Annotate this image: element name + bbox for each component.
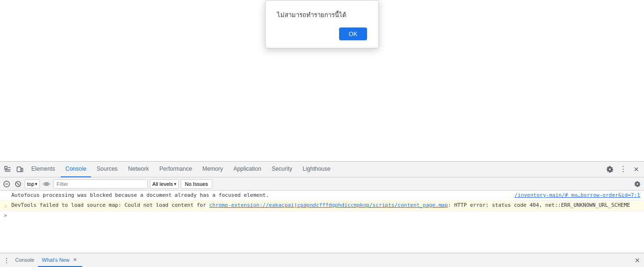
dialog-box: ไม่สามารถทำรายการนี้ได้ OK — [265, 0, 379, 48]
console-prompt: > — [0, 211, 644, 220]
console-warning-text: DevTools failed to load source map: Coul… — [11, 202, 640, 209]
tab-security[interactable]: Security — [267, 162, 297, 177]
context-label: top — [27, 181, 34, 187]
tab-console[interactable]: Console — [61, 162, 91, 177]
main-page: ไม่สามารถทำรายการนี้ได้ OK — [0, 0, 644, 161]
bottom-close-icon[interactable]: ✕ — [633, 256, 642, 265]
bottom-bar-right: ✕ — [633, 256, 642, 265]
more-options-icon[interactable]: ⋮ — [617, 164, 629, 175]
svg-line-9 — [17, 183, 19, 185]
dialog-ok-button[interactable]: OK — [339, 28, 367, 40]
context-selector[interactable]: top ▾ — [25, 179, 40, 189]
inspect-element-icon[interactable] — [2, 164, 13, 175]
levels-chevron-icon: ▾ — [174, 182, 176, 186]
devtools-toolbar-right: ⋮ ✕ — [604, 164, 642, 175]
settings-icon[interactable] — [604, 164, 616, 175]
console-line-source[interactable]: /inventory-main/# mo…borrow-order&id=7:1 — [515, 192, 640, 199]
chevron-down-icon: ▾ — [35, 182, 37, 186]
tab-network[interactable]: Network — [123, 162, 154, 177]
no-issues-button[interactable]: No Issues — [181, 179, 212, 189]
dialog-buttons: OK — [277, 28, 367, 40]
tab-application[interactable]: Application — [229, 162, 266, 177]
tab-elements[interactable]: Elements — [27, 162, 60, 177]
bottom-tab-close-icon[interactable]: ✕ — [72, 257, 78, 263]
stop-recording-icon[interactable] — [2, 179, 11, 189]
console-line: Autofocus processing was blocked because… — [0, 191, 644, 201]
tab-memory[interactable]: Memory — [198, 162, 228, 177]
clear-console-icon[interactable] — [13, 179, 23, 189]
console-line-text: Autofocus processing was blocked because… — [11, 192, 511, 199]
close-devtools-icon[interactable]: ✕ — [631, 164, 642, 175]
filter-input[interactable] — [53, 179, 148, 189]
console-settings-icon[interactable] — [633, 179, 642, 189]
eye-icon[interactable] — [42, 179, 51, 189]
dialog-overlay: ไม่สามารถทำรายการนี้ได้ OK — [0, 0, 644, 161]
svg-point-10 — [46, 183, 47, 185]
console-line-icon — [4, 192, 11, 192]
bottom-bar-more-icon[interactable]: ⋮ — [2, 256, 11, 265]
bottom-tab-console-label: Console — [15, 257, 34, 263]
bottom-bar: ⋮ Console What's New ✕ ✕ — [0, 253, 644, 267]
tab-lighthouse[interactable]: Lighthouse — [298, 162, 335, 177]
console-warning-line: ⚠ DevTools failed to load source map: Co… — [0, 201, 644, 211]
dialog-message: ไม่สามารถทำรายการนี้ได้ — [277, 10, 367, 20]
svg-rect-4 — [17, 167, 21, 172]
devtools-toolbar: Elements Console Sources Network Perform… — [0, 162, 644, 177]
console-toolbar-right — [633, 179, 642, 189]
console-toolbar: top ▾ All levels ▾ No Issues — [0, 177, 644, 191]
levels-label: All levels — [152, 181, 173, 187]
devtools-panel: Elements Console Sources Network Perform… — [0, 161, 644, 267]
device-toolbar-icon[interactable] — [14, 164, 26, 175]
prompt-icon: > — [4, 212, 7, 219]
tab-performance[interactable]: Performance — [155, 162, 197, 177]
bottom-tab-whats-new-label: What's New — [42, 257, 69, 263]
warning-icon: ⚠ — [4, 202, 11, 210]
log-levels-selector[interactable]: All levels ▾ — [150, 179, 178, 189]
bottom-tab-whats-new[interactable]: What's New ✕ — [38, 253, 82, 267]
svg-rect-5 — [21, 168, 23, 172]
bottom-tab-console[interactable]: Console — [11, 253, 38, 267]
svg-rect-0 — [5, 166, 7, 169]
extension-link[interactable]: chrome-extension://eakacpaijcpapndcfffdg… — [209, 202, 448, 208]
tab-sources[interactable]: Sources — [92, 162, 122, 177]
